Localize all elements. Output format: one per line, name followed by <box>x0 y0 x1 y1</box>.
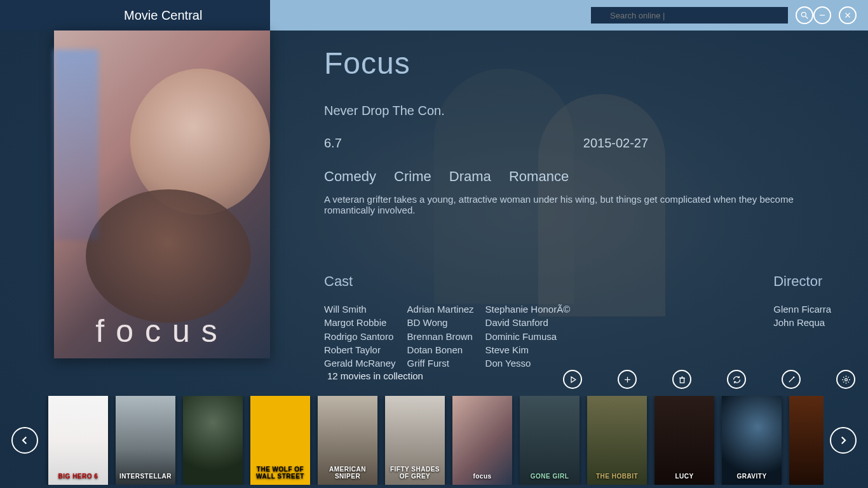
carousel-strip[interactable]: BIG HERO 6INTERSTELLARTHE WOLF OF WALL S… <box>44 396 824 485</box>
svg-point-12 <box>793 377 794 377</box>
cast-member: Steve Kim <box>485 343 571 356</box>
movie-rating: 6.7 <box>324 136 342 151</box>
minimize-icon <box>818 11 827 20</box>
carousel-thumbnail[interactable]: GRAVITY <box>722 396 782 485</box>
carousel-next-button[interactable] <box>830 427 857 454</box>
carousel-thumbnail[interactable]: LUCY <box>654 396 714 485</box>
director-name: John Requa <box>773 316 831 329</box>
chevron-right-icon <box>837 435 849 446</box>
cast-member: Dotan Bonen <box>407 343 474 356</box>
cast-member: Griff Furst <box>407 356 474 370</box>
cast-member: Rodrigo Santoro <box>324 330 396 343</box>
movie-details: Focus Never Drop The Con. 6.7 2015-02-27… <box>324 46 843 215</box>
edit-button[interactable] <box>782 370 801 389</box>
cast-label: Cast <box>324 273 570 290</box>
cast-member: Robert Taylor <box>324 343 396 356</box>
collection-count: 12 movies in collection <box>327 370 423 381</box>
director-section: Director Glenn Ficarra John Requa <box>773 273 831 370</box>
thumbnail-label: GONE GIRL <box>520 470 580 482</box>
delete-button[interactable] <box>672 370 691 389</box>
thumbnail-label: THE WOLF OF WALL STREET <box>250 463 310 482</box>
genre-item[interactable]: Crime <box>394 168 431 184</box>
svg-point-13 <box>844 378 847 381</box>
refresh-icon <box>732 375 742 384</box>
carousel-thumbnail[interactable]: THE WOLF OF WALL STREET <box>250 396 310 485</box>
settings-button[interactable] <box>836 370 855 389</box>
cast-member: Adrian Martinez <box>407 302 474 316</box>
chevron-left-icon <box>19 435 31 446</box>
svg-line-1 <box>806 17 808 19</box>
close-button[interactable] <box>839 6 857 24</box>
movie-tagline: Never Drop The Con. <box>324 104 843 118</box>
thumbnail-label: AMERICAN SNIPER <box>318 463 377 482</box>
genre-item[interactable]: Romance <box>509 168 569 184</box>
carousel-prev-button[interactable] <box>11 427 38 454</box>
cast-member: Will Smith <box>324 302 396 316</box>
director-name: Glenn Ficarra <box>773 302 831 316</box>
search-button[interactable] <box>796 6 813 24</box>
plus-icon <box>623 375 632 384</box>
app-title: Movie Central <box>0 0 270 30</box>
carousel-thumbnail[interactable] <box>183 396 243 485</box>
movie-title: Focus <box>324 46 843 81</box>
carousel-thumbnail[interactable]: INTERSTELLAR <box>116 396 175 485</box>
close-icon <box>843 11 852 20</box>
carousel-thumbnail[interactable]: focus <box>452 396 512 485</box>
cast-member: Margot Robbie <box>324 316 396 329</box>
cast-section: Cast Will Smith Margot Robbie Rodrigo Sa… <box>324 273 570 370</box>
svg-point-0 <box>801 12 806 17</box>
cast-member: Stephanie HonorÃ© <box>485 302 571 316</box>
thumbnail-label: FIFTY SHADES OF GREY <box>385 463 445 482</box>
action-buttons <box>563 370 855 389</box>
cast-member: Brennan Brown <box>407 330 474 343</box>
movie-synopsis: A veteran grifter takes a young, attract… <box>324 194 843 215</box>
play-button[interactable] <box>563 370 582 389</box>
thumbnail-label: focus <box>452 470 512 482</box>
carousel-thumbnail[interactable]: GONE GIRL <box>520 396 580 485</box>
genre-item[interactable]: Drama <box>449 168 491 184</box>
refresh-button[interactable] <box>727 370 746 389</box>
search-icon <box>800 11 809 20</box>
svg-marker-5 <box>571 377 576 383</box>
gear-icon <box>841 375 851 384</box>
cast-member: David Stanford <box>485 316 571 329</box>
movie-release-date: 2015-02-27 <box>583 136 648 151</box>
search-input[interactable] <box>591 7 788 24</box>
trash-icon <box>677 375 687 384</box>
genre-item[interactable]: Comedy <box>324 168 376 184</box>
movie-genres: Comedy Crime Drama Romance <box>324 168 843 185</box>
cast-member: Dominic Fumusa <box>485 330 571 343</box>
svg-line-11 <box>789 377 794 382</box>
movie-poster[interactable]: focus <box>54 30 270 358</box>
thumbnail-label: INTERSTELLAR <box>116 470 175 482</box>
cast-member: Don Yesso <box>485 356 571 370</box>
poster-title-text: focus <box>54 313 270 349</box>
cast-member: Gerald McRaney <box>324 356 396 370</box>
thumbnail-label: LUCY <box>654 470 714 482</box>
thumbnail-label <box>789 477 824 482</box>
carousel-thumbnail[interactable]: THE HOBBIT <box>587 396 647 485</box>
wand-icon <box>787 375 796 384</box>
carousel-thumbnail[interactable] <box>789 396 824 485</box>
cast-member: BD Wong <box>407 316 474 329</box>
play-icon <box>568 375 578 384</box>
thumbnail-label: GRAVITY <box>722 470 782 482</box>
add-button[interactable] <box>618 370 637 389</box>
carousel-thumbnail[interactable]: AMERICAN SNIPER <box>318 396 377 485</box>
svg-rect-8 <box>680 378 684 383</box>
carousel-thumbnail[interactable]: BIG HERO 6 <box>48 396 108 485</box>
thumbnail-label: BIG HERO 6 <box>48 470 108 482</box>
header: Movie Central <box>0 0 868 30</box>
director-label: Director <box>773 273 831 290</box>
carousel-thumbnail[interactable]: FIFTY SHADES OF GREY <box>385 396 445 485</box>
thumbnail-label: THE HOBBIT <box>587 470 647 482</box>
minimize-button[interactable] <box>813 6 831 24</box>
thumbnail-label <box>183 477 243 482</box>
